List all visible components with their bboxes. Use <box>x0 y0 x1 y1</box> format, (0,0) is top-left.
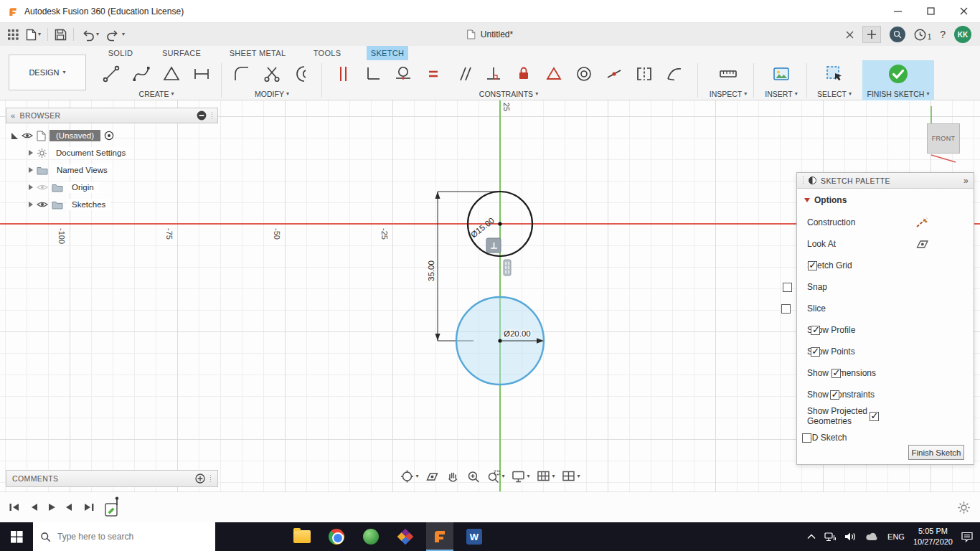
tangent-constraint-button[interactable] <box>388 60 418 88</box>
step-back-button[interactable] <box>29 502 38 512</box>
slot-tool-button[interactable] <box>187 60 217 88</box>
3d-sketch-checkbox[interactable] <box>802 433 811 443</box>
root-expander-icon[interactable] <box>11 133 18 139</box>
group-inspect-label[interactable]: INSPECT <box>710 90 743 98</box>
group-select-label[interactable]: SELECT <box>817 90 847 98</box>
root-document-name[interactable]: (Unsaved) <box>50 130 100 141</box>
tab-sketch[interactable]: SKETCH <box>367 46 408 60</box>
browser-panel-header[interactable]: « BROWSER <box>6 108 218 123</box>
polygon-tool-button[interactable] <box>156 60 187 88</box>
search-input[interactable] <box>57 532 187 542</box>
equal-constraint-button[interactable] <box>418 60 448 88</box>
visibility-eye-icon[interactable] <box>22 131 33 140</box>
group-modify-label[interactable]: MODIFY <box>255 90 284 98</box>
start-button[interactable] <box>0 522 33 551</box>
language-indicator[interactable]: ENG <box>887 532 905 541</box>
go-to-start-button[interactable] <box>9 502 20 512</box>
tab-solid[interactable]: SOLID <box>105 46 136 60</box>
minimize-button[interactable] <box>881 0 914 23</box>
parallel-constraint-button[interactable] <box>448 60 479 88</box>
diameter-label-top[interactable]: Ø15.00 <box>469 216 496 240</box>
panel-grip[interactable] <box>209 474 212 484</box>
tab-tools[interactable]: TOOLS <box>311 46 343 60</box>
taskbar-green-app[interactable] <box>357 522 385 551</box>
taskbar-word[interactable]: W <box>461 522 488 551</box>
tab-sheet-metal[interactable]: SHEET METAL <box>228 46 287 60</box>
look-at-button[interactable] <box>425 470 439 483</box>
user-avatar[interactable]: KK <box>954 26 971 43</box>
taskbar-chrome[interactable] <box>323 522 350 551</box>
sketch-feature-marker[interactable] <box>105 496 126 518</box>
viewcube[interactable]: FRONT <box>927 123 960 154</box>
close-window-button[interactable] <box>947 0 980 23</box>
trim-tool-button[interactable] <box>257 60 287 88</box>
taskbar-file-explorer[interactable] <box>288 522 316 551</box>
volume-icon[interactable] <box>844 532 857 542</box>
show-profile-checkbox[interactable] <box>811 326 820 335</box>
curvature-constraint-button[interactable] <box>659 60 689 88</box>
sketch-grid-checkbox[interactable] <box>808 261 817 270</box>
offset-tool-button[interactable] <box>287 60 317 88</box>
horizontal-vertical-constraint-button[interactable] <box>358 60 388 88</box>
fix-constraint-button[interactable] <box>509 60 539 88</box>
collapse-arrows-icon[interactable]: « <box>11 111 16 120</box>
display-settings-button[interactable]: ▾ <box>511 470 529 484</box>
browser-item-named-views[interactable]: Named Views <box>29 162 113 178</box>
network-icon[interactable] <box>824 532 836 542</box>
look-at-icon[interactable] <box>915 239 929 249</box>
help-button[interactable]: ? <box>940 29 946 40</box>
step-forward-button[interactable] <box>65 502 74 512</box>
concentric-constraint-button[interactable] <box>569 60 599 88</box>
add-comment-button[interactable] <box>195 474 205 484</box>
save-button[interactable] <box>51 24 70 44</box>
coincident-constraint-button[interactable] <box>539 60 569 88</box>
item-label[interactable]: Named Views <box>52 164 113 176</box>
item-label[interactable]: Document Settings <box>51 147 131 159</box>
midpoint-constraint-button[interactable] <box>599 60 629 88</box>
expander-icon[interactable] <box>29 202 33 207</box>
viewcube-face-label[interactable]: FRONT <box>932 135 956 142</box>
tray-overflow-chevron-icon[interactable] <box>807 534 816 540</box>
timeline-settings-gear-icon[interactable] <box>957 501 971 514</box>
expander-icon[interactable] <box>29 167 33 173</box>
group-constraints-label[interactable]: CONSTRAINTS <box>479 90 533 98</box>
close-tab-icon[interactable] <box>846 31 854 39</box>
spline-tool-button[interactable] <box>126 60 156 88</box>
group-create-label[interactable]: CREATE <box>139 90 169 98</box>
action-center-icon[interactable] <box>961 532 973 542</box>
sketch-palette-header[interactable]: SKETCH PALETTE » <box>797 173 974 189</box>
collinear-constraint-button[interactable] <box>328 60 358 88</box>
file-menu-button[interactable]: ▾ <box>22 24 44 44</box>
select-tool-button[interactable] <box>819 60 849 88</box>
group-insert-label[interactable]: INSERT <box>765 90 792 98</box>
visibility-eye-icon[interactable] <box>37 200 48 209</box>
snap-checkbox[interactable] <box>783 283 792 292</box>
line-tool-button[interactable] <box>96 60 126 88</box>
viewports-button[interactable]: ▾ <box>562 470 580 483</box>
browser-root-row[interactable]: (Unsaved) <box>11 128 114 143</box>
expand-arrows-icon[interactable]: » <box>963 176 969 186</box>
show-points-checkbox[interactable] <box>811 347 820 357</box>
notification-center-button[interactable]: 1 <box>914 29 932 41</box>
insert-image-button[interactable] <box>766 60 796 88</box>
tray-clock[interactable]: 5:05 PM 10/27/2020 <box>913 526 953 547</box>
show-projected-geometries-checkbox[interactable] <box>870 412 879 421</box>
perpendicular-constraint-button[interactable] <box>479 60 509 88</box>
item-label[interactable]: Origin <box>67 182 99 193</box>
panel-grip[interactable] <box>211 111 213 121</box>
job-status-button[interactable] <box>890 27 905 42</box>
item-label[interactable]: Sketches <box>67 199 110 210</box>
construction-toggle-icon[interactable] <box>915 217 929 228</box>
circle-center-point[interactable] <box>498 222 501 225</box>
zoom-window-button[interactable]: ▾ <box>486 470 504 484</box>
panel-grip[interactable] <box>802 176 804 185</box>
expander-icon[interactable] <box>29 150 33 156</box>
show-dimensions-checkbox[interactable] <box>831 369 841 378</box>
taskbar-fusion360[interactable] <box>426 522 453 551</box>
workspace-selector[interactable]: DESIGN ▾ <box>9 55 86 90</box>
slice-checkbox[interactable] <box>781 304 791 314</box>
undo-button[interactable]: ▾ <box>77 24 103 44</box>
expander-icon[interactable] <box>29 184 33 190</box>
measure-tool-button[interactable] <box>713 60 743 88</box>
app-grid-button[interactable] <box>4 24 22 44</box>
